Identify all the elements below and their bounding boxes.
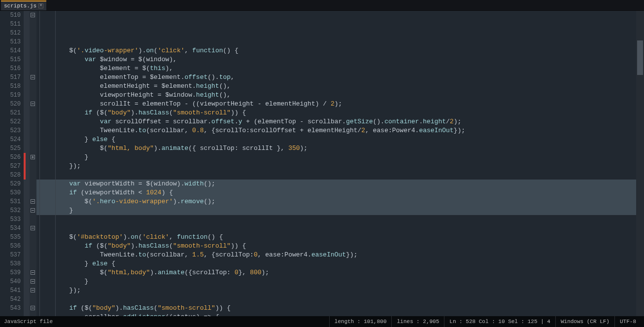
code-line[interactable]: if ($("body").hasClass("smooth-scroll"))…: [36, 109, 644, 117]
code-line[interactable]: $('.video-wrapper').on('click', function…: [36, 46, 644, 55]
status-bar: JavaScript file length : 101,800 lines :…: [0, 316, 644, 327]
code-line[interactable]: [36, 215, 644, 224]
code-line[interactable]: }: [36, 153, 644, 162]
status-lines: lines : 2,905: [391, 316, 444, 327]
code-line[interactable]: var viewportWidth = $(window).width();: [36, 180, 644, 188]
code-line[interactable]: TweenLite.to(scrollbar, 0.8, {scrollTo:s…: [36, 126, 644, 135]
tab-filename: scripts.js: [4, 3, 36, 9]
line-number-gutter: 5105115125135145155165175185195205215225…: [0, 11, 24, 316]
code-line[interactable]: var scrollOffset = scrollbar.offset.y + …: [36, 117, 644, 126]
code-editor[interactable]: 5105115125135145155165175185195205215225…: [0, 11, 644, 316]
close-icon[interactable]: ×: [38, 3, 43, 8]
status-encoding[interactable]: UTF-8: [614, 316, 641, 327]
code-line[interactable]: [36, 224, 644, 233]
code-line[interactable]: });: [36, 286, 644, 295]
tab-scripts-js[interactable]: scripts.js ×: [1, 0, 46, 10]
tab-bar: scripts.js ×: [0, 0, 644, 11]
code-line[interactable]: if ($("body").hasClass("smooth-scroll"))…: [36, 304, 644, 313]
code-line[interactable]: });: [36, 162, 644, 171]
code-line[interactable]: $('.hero-video-wrapper').remove();: [36, 197, 644, 206]
status-length: length : 101,800: [329, 316, 392, 327]
marker-gutter: [24, 11, 30, 316]
code-line[interactable]: elementHeight = $element.height(),: [36, 82, 644, 91]
code-line[interactable]: viewportHeight = $window.height(),: [36, 91, 644, 100]
scrollbar-thumb[interactable]: [637, 40, 643, 75]
code-line[interactable]: scrollIt = elementTop - ((viewportHeight…: [36, 100, 644, 109]
code-line[interactable]: [36, 171, 644, 180]
code-line[interactable]: [36, 295, 644, 304]
code-line[interactable]: $("html, body").animate({ scrollTop: scr…: [36, 144, 644, 153]
code-line[interactable]: if ($("body").hasClass("smooth-scroll"))…: [36, 242, 644, 251]
code-line[interactable]: scrollbar.addListener((status) => {: [36, 313, 644, 316]
code-line[interactable]: if (viewportWidth < 1024) {: [36, 188, 644, 197]
code-line[interactable]: $('#backtotop').on('click', function() {: [36, 233, 644, 242]
code-line[interactable]: } else {: [36, 135, 644, 144]
status-position: Ln : 528 Col : 10 Sel : 125 | 4: [444, 316, 555, 327]
code-line[interactable]: $("html,body").animate({scrollTop: 0}, 8…: [36, 268, 644, 277]
status-filetype: JavaScript file: [3, 316, 58, 327]
code-line[interactable]: $element = $(this),: [36, 64, 644, 73]
code-area[interactable]: $('.video-wrapper').on('click', function…: [36, 11, 644, 316]
code-line[interactable]: } else {: [36, 259, 644, 268]
vertical-scrollbar[interactable]: [636, 11, 644, 316]
status-eol[interactable]: Windows (CR LF): [555, 316, 614, 327]
code-line[interactable]: }: [36, 206, 644, 215]
code-line[interactable]: var $window = $(window),: [36, 55, 644, 64]
code-line[interactable]: elementTop = $element.offset().top,: [36, 73, 644, 82]
fold-gutter[interactable]: [30, 11, 36, 316]
code-line[interactable]: }: [36, 277, 644, 286]
code-line[interactable]: TweenLite.to(scrollbar, 1.5, {scrollTop:…: [36, 251, 644, 259]
